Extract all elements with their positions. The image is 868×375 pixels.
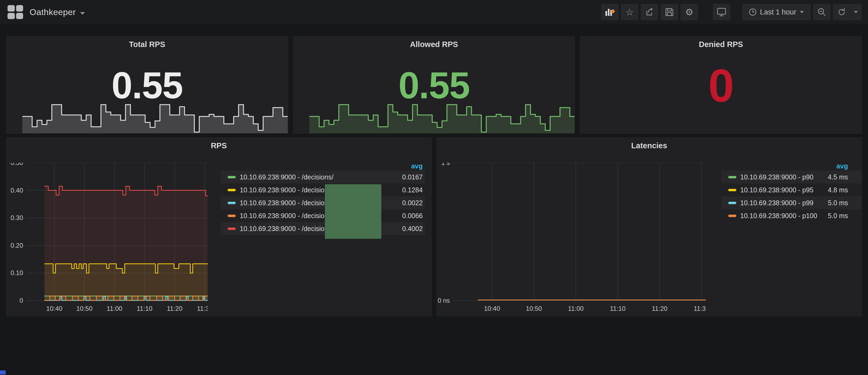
svg-text:11:00: 11:00 bbox=[107, 305, 122, 312]
series-avg-value: 5.0 ms bbox=[828, 199, 861, 207]
series-avg-value: 0.4002 bbox=[402, 225, 425, 232]
series-avg-value: 0.1284 bbox=[402, 186, 425, 194]
legend-color-overlay bbox=[325, 184, 381, 239]
svg-text:0.50: 0.50 bbox=[10, 163, 23, 166]
series-label[interactable]: 10.10.69.238:9000 - /decisions/ bbox=[240, 173, 402, 181]
panel-total-rps: Total RPS 0.55 bbox=[6, 36, 288, 133]
series-avg-value: 0.0066 bbox=[402, 212, 425, 220]
legend-row[interactable]: 10.10.69.238:9000 - /decisions/0.0022 bbox=[221, 196, 425, 209]
dashboard-grid-icon[interactable] bbox=[7, 5, 23, 19]
dashboard-title-caret-icon[interactable] bbox=[80, 12, 85, 15]
time-range-label: Last 1 hour bbox=[760, 8, 796, 17]
series-color-swatch[interactable] bbox=[228, 176, 236, 178]
series-color-swatch[interactable] bbox=[728, 189, 736, 191]
series-avg-value: 4.5 ms bbox=[828, 173, 861, 181]
rps-legend: avg 10.10.69.238:9000 - /decisions/0.016… bbox=[221, 161, 425, 235]
panel-title-allowed-rps[interactable]: Allowed RPS bbox=[293, 40, 575, 49]
latencies-legend: avg 10.10.69.238:9000 - p904.5 ms10.10.6… bbox=[721, 161, 862, 222]
series-avg-value: 0.0022 bbox=[402, 199, 425, 207]
legend-row[interactable]: 10.10.69.238:9000 - p904.5 ms bbox=[721, 170, 862, 184]
refresh-icon bbox=[837, 8, 846, 17]
allowed-rps-sparkline bbox=[309, 102, 575, 133]
stat-value-denied-rps: 0 bbox=[708, 62, 734, 108]
svg-text:11:30: 11:30 bbox=[693, 305, 706, 312]
zoom-out-icon bbox=[817, 7, 826, 17]
toolbar: ☆ ⚙ bbox=[601, 4, 862, 20]
save-icon bbox=[665, 7, 674, 17]
corner-artifact bbox=[0, 370, 6, 374]
dashboard-title[interactable]: Oathkeeper bbox=[30, 7, 76, 17]
svg-text:0.40: 0.40 bbox=[10, 187, 23, 194]
graph-panel-row: RPS 0.500.400.300.200.10010:4010:5011:00… bbox=[6, 137, 862, 316]
time-range-caret-icon bbox=[800, 11, 804, 13]
panel-title-rps[interactable]: RPS bbox=[6, 141, 431, 150]
share-button[interactable] bbox=[641, 4, 658, 20]
clock-icon bbox=[749, 8, 757, 16]
series-label[interactable]: 10.10.69.238:9000 - p100 bbox=[740, 212, 828, 220]
svg-text:0.20: 0.20 bbox=[10, 242, 23, 249]
legend-row[interactable]: 10.10.69.238:9000 - /decisions/0.1284 bbox=[221, 184, 425, 196]
rps-chart[interactable]: 0.500.400.300.200.10010:4010:5011:0011:1… bbox=[6, 163, 208, 314]
series-color-swatch[interactable] bbox=[728, 202, 736, 204]
legend-row[interactable]: 10.10.69.238:9000 - p1005.0 ms bbox=[721, 209, 862, 222]
svg-text:0 ns: 0 ns bbox=[437, 297, 450, 304]
series-label[interactable]: 10.10.69.238:9000 - p95 bbox=[740, 186, 828, 194]
refresh-button[interactable] bbox=[833, 4, 850, 20]
series-color-swatch[interactable] bbox=[728, 215, 736, 217]
navbar: Oathkeeper ☆ bbox=[0, 0, 868, 24]
panel-title-total-rps[interactable]: Total RPS bbox=[6, 40, 288, 49]
series-color-swatch[interactable] bbox=[228, 189, 236, 191]
series-avg-value: 4.8 ms bbox=[828, 186, 861, 194]
svg-text:0.30: 0.30 bbox=[10, 214, 23, 221]
legend-row[interactable]: 10.10.69.238:9000 - /decisions/0.4002 bbox=[221, 222, 425, 235]
svg-text:11:10: 11:10 bbox=[137, 305, 152, 312]
legend-row[interactable]: 10.10.69.238:9000 - /decisions/0.0066 bbox=[221, 209, 425, 222]
panel-title-denied-rps[interactable]: Denied RPS bbox=[580, 40, 862, 49]
monitor-icon bbox=[716, 7, 727, 17]
svg-text:11:00: 11:00 bbox=[568, 305, 583, 312]
series-label[interactable]: 10.10.69.238:9000 - p90 bbox=[740, 173, 828, 181]
series-color-swatch[interactable] bbox=[228, 215, 236, 217]
stat-value-allowed-rps: 0.55 bbox=[399, 67, 469, 104]
series-color-swatch[interactable] bbox=[228, 227, 236, 230]
svg-text:10:50: 10:50 bbox=[76, 305, 92, 312]
svg-text:1 s: 1 s bbox=[441, 163, 450, 166]
refresh-split-button bbox=[833, 4, 862, 20]
svg-text:0.10: 0.10 bbox=[10, 269, 23, 276]
series-avg-value: 5.0 ms bbox=[828, 212, 861, 220]
svg-text:11:30: 11:30 bbox=[197, 305, 208, 312]
panel-allowed-rps: Allowed RPS 0.55 bbox=[293, 36, 575, 133]
panel-title-latencies[interactable]: Latencies bbox=[437, 141, 862, 150]
save-button[interactable] bbox=[661, 4, 678, 20]
settings-button[interactable]: ⚙ bbox=[681, 4, 698, 20]
legend-row[interactable]: 10.10.69.238:9000 - /decisions/0.0167 bbox=[221, 170, 425, 184]
svg-text:11:10: 11:10 bbox=[610, 305, 625, 312]
time-range-picker[interactable]: Last 1 hour bbox=[743, 4, 810, 20]
panel-latencies: Latencies 1 s0 ns10:4010:5011:0011:1011:… bbox=[437, 137, 862, 316]
svg-text:10:50: 10:50 bbox=[526, 305, 542, 312]
star-icon: ☆ bbox=[626, 7, 634, 17]
series-color-swatch[interactable] bbox=[728, 176, 736, 178]
panel-rps: RPS 0.500.400.300.200.10010:4010:5011:00… bbox=[6, 137, 432, 316]
stat-panel-row: Total RPS 0.55 Allowed RPS 0.55 Denied R… bbox=[6, 36, 862, 133]
panel-denied-rps: Denied RPS 0 bbox=[580, 36, 862, 133]
stat-value-total-rps: 0.55 bbox=[112, 67, 183, 104]
cycle-view-mode-button[interactable] bbox=[713, 4, 730, 20]
legend-row[interactable]: 10.10.69.238:9000 - p995.0 ms bbox=[721, 196, 862, 209]
rps-legend-avg-header[interactable]: avg bbox=[221, 161, 425, 170]
svg-text:10:40: 10:40 bbox=[46, 305, 62, 312]
gear-icon: ⚙ bbox=[685, 7, 693, 17]
add-panel-button[interactable] bbox=[601, 4, 618, 20]
latencies-legend-avg-header[interactable]: avg bbox=[721, 161, 862, 170]
latencies-chart[interactable]: 1 s0 ns10:4010:5011:0011:1011:2011:30 bbox=[437, 163, 706, 314]
legend-row[interactable]: 10.10.69.238:9000 - p954.8 ms bbox=[721, 184, 862, 196]
refresh-interval-dropdown[interactable] bbox=[850, 4, 861, 20]
svg-text:0: 0 bbox=[20, 297, 23, 304]
series-label[interactable]: 10.10.69.238:9000 - p99 bbox=[740, 199, 828, 207]
zoom-out-button[interactable] bbox=[813, 4, 830, 20]
svg-text:10:40: 10:40 bbox=[484, 305, 500, 312]
svg-text:11:20: 11:20 bbox=[167, 305, 183, 312]
series-color-swatch[interactable] bbox=[228, 202, 236, 204]
star-button[interactable]: ☆ bbox=[621, 4, 638, 20]
refresh-caret-icon bbox=[854, 11, 858, 13]
